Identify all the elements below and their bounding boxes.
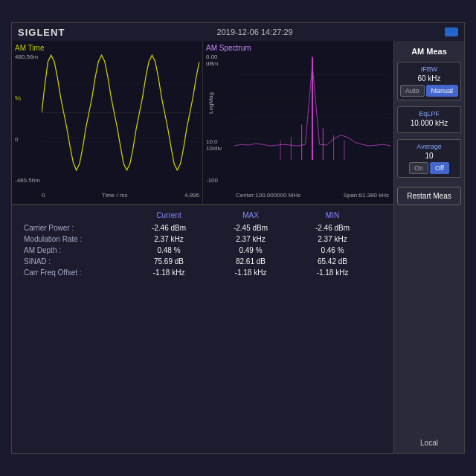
row-max-1: 2.37 kHz [210, 235, 292, 243]
time-chart-svg [42, 54, 199, 172]
col-max: MAX [210, 211, 292, 219]
eqlpf-value: 10.000 kHz [401, 119, 457, 127]
time-chart: AM Time 480.56m % 0 -480.56m [12, 41, 203, 204]
row-label-1: Modulation Rate : [24, 235, 128, 243]
spec-log-label: LogMag [208, 92, 214, 114]
ifbw-auto-btn[interactable]: Auto [400, 85, 425, 97]
spec-y-top: 0.00 [206, 54, 234, 60]
time-y-max: 480.56m [15, 54, 42, 60]
average-value: 10 [401, 152, 457, 160]
spec-y-div-unit: 10/div [206, 145, 234, 152]
row-current-0: -2.46 dBm [128, 224, 210, 232]
spec-y-bottom: -100 [206, 177, 234, 184]
row-min-3: 65.42 dB [292, 257, 373, 266]
table-row: Carr Freq Offset : -1.18 kHz -1.18 kHz -… [24, 268, 382, 277]
logo: SIGLENT [18, 27, 65, 38]
spec-span: Span:81.380 kHz [344, 192, 389, 199]
spectrum-chart-title: AM Spectrum [206, 44, 390, 52]
local-label: Local [397, 436, 461, 450]
ifbw-value: 60 kHz [401, 74, 457, 83]
table-row: AM Depth : 0.48 % 0.49 % 0.46 % [24, 246, 382, 254]
spec-y-div: 10.0 [206, 138, 234, 145]
panel-title: AM Meas [397, 44, 461, 59]
time-y-zero: 0 [15, 136, 42, 143]
col-min: MIN [292, 211, 373, 219]
row-current-3: 75.69 dB [128, 257, 210, 266]
row-max-4: -1.18 kHz [210, 268, 292, 277]
ifbw-section: IFBW 60 kHz Auto Manual [397, 62, 461, 100]
row-min-0: -2.46 dBm [292, 224, 373, 232]
ifbw-toggle: Auto Manual [401, 85, 457, 97]
average-section: Average 10 On Off [397, 139, 461, 178]
network-icon [445, 28, 458, 36]
table-header: Current MAX MIN [24, 211, 382, 219]
table-row: SINAD : 75.69 dB 82.61 dB 65.42 dB [24, 257, 382, 266]
datetime: 2019-12-06 14:27:29 [217, 28, 293, 36]
time-x-max: 4.896 [184, 192, 199, 199]
header: SIGLENT 2019-12-06 14:27:29 [12, 23, 464, 41]
row-current-2: 0.48 % [128, 246, 210, 254]
main-content: AM Time 480.56m % 0 -480.56m [12, 41, 464, 453]
average-off-btn[interactable]: Off [430, 162, 449, 174]
col-current: Current [128, 211, 210, 219]
row-label-4: Carr Freq Offset : [24, 268, 128, 277]
row-min-4: -1.18 kHz [292, 268, 373, 277]
spec-center: Center:100.000000 MHz [236, 192, 300, 199]
time-x-min: 0 [42, 192, 45, 199]
time-x-label: Time / ms [102, 192, 128, 199]
row-current-4: -1.18 kHz [128, 268, 210, 277]
average-label: Average [401, 143, 457, 150]
row-max-0: -2.45 dBm [210, 224, 292, 232]
spec-y-unit-top: dBm [206, 60, 234, 67]
time-y-min: -480.56m [15, 177, 42, 184]
ifbw-manual-btn[interactable]: Manual [426, 85, 459, 97]
charts-row: AM Time 480.56m % 0 -480.56m [12, 41, 393, 205]
row-label-2: AM Depth : [24, 246, 128, 254]
row-max-2: 0.49 % [210, 246, 292, 254]
table-row: Modulation Rate : 2.37 kHz 2.37 kHz 2.37… [24, 235, 382, 243]
right-panel: AM Meas IFBW 60 kHz Auto Manual EqLPF 10… [393, 41, 464, 453]
row-label-3: SINAD : [24, 257, 128, 266]
spectrum-chart-svg [234, 54, 390, 160]
left-panel: AM Time 480.56m % 0 -480.56m [12, 41, 393, 453]
measurements-table: Current MAX MIN Carrier Power : -2.46 dB… [12, 205, 393, 453]
row-min-1: 2.37 kHz [292, 235, 373, 243]
row-current-1: 2.37 kHz [128, 235, 210, 243]
restart-meas-button[interactable]: Restart Meas [397, 187, 461, 205]
eqlpf-label: EqLPF [401, 110, 457, 118]
row-label-0: Carrier Power : [24, 224, 128, 232]
row-min-2: 0.46 % [292, 246, 373, 254]
row-max-3: 82.61 dB [210, 257, 292, 266]
average-on-btn[interactable]: On [409, 162, 428, 174]
time-y-unit: % [15, 94, 42, 102]
table-row: Carrier Power : -2.46 dBm -2.45 dBm -2.4… [24, 224, 382, 232]
average-toggle: On Off [401, 162, 457, 174]
main-screen: SIGLENT 2019-12-06 14:27:29 AM Time 480.… [11, 22, 465, 454]
eqlpf-section: EqLPF 10.000 kHz [397, 106, 461, 133]
time-chart-title: AM Time [15, 44, 199, 52]
spectrum-chart: AM Spectrum 0.00 dBm LogMag [203, 41, 393, 204]
ifbw-label: IFBW [401, 65, 457, 73]
